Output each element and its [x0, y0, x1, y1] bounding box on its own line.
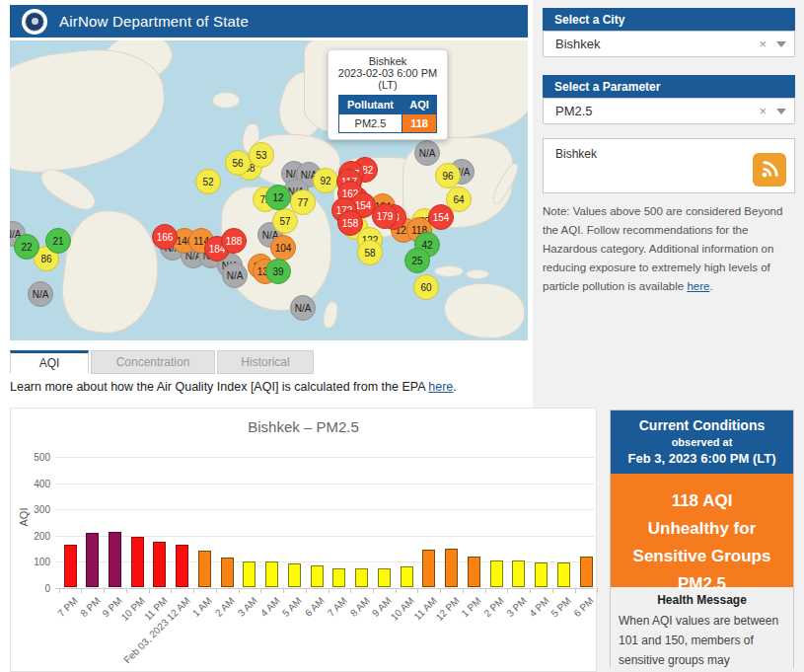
aqi-marker[interactable]: 158	[337, 210, 363, 236]
aqi-value-line: 118 AQI	[617, 487, 787, 515]
tab-concentration[interactable]: Concentration	[91, 350, 215, 374]
city-select-value: Bishkek	[555, 37, 759, 51]
chart-bar[interactable]	[311, 565, 324, 587]
chart-bar[interactable]	[445, 549, 458, 587]
select-parameter-label: Select a Parameter	[554, 80, 660, 94]
world-map[interactable]: N/AN/AN/AN/AN/AN/AN/AN/AN/AN/AN/AN/AN/AN…	[10, 40, 528, 340]
tab-aqi[interactable]: AQI	[10, 350, 89, 374]
aqi-marker[interactable]: 96	[435, 163, 461, 188]
x-axis-tick	[373, 588, 374, 593]
rss-icon[interactable]	[753, 153, 786, 187]
parameter-select-value: PM2.5	[555, 104, 759, 118]
chart-bar[interactable]	[86, 533, 99, 587]
chart-bar[interactable]	[332, 568, 345, 587]
chart-bar[interactable]	[153, 542, 166, 587]
x-axis-tick	[507, 588, 508, 593]
chart-bar[interactable]	[64, 545, 77, 587]
aqi-marker-layer: N/AN/AN/AN/AN/AN/AN/AN/AN/AN/AN/AN/AN/AN…	[10, 40, 528, 340]
rss-city-label: Bishkek	[555, 147, 597, 161]
x-axis-tick	[239, 588, 240, 593]
parameter-dropdown-arrow-icon[interactable]	[776, 109, 786, 114]
chart-bar[interactable]	[221, 558, 234, 587]
aqi-marker[interactable]: 25	[404, 248, 430, 273]
aqi-marker[interactable]: 166	[152, 224, 178, 250]
page: AirNow Department of State N/AN/AN/AN/AN…	[0, 0, 804, 672]
chart-bar[interactable]	[198, 551, 211, 587]
current-conditions-title: Current Conditions	[615, 417, 789, 433]
select-city-label: Select a City	[554, 13, 624, 27]
chart-bar[interactable]	[557, 562, 570, 587]
tooltip-datetime: 2023-02-03 6:00 PM	[329, 67, 447, 79]
x-axis-tick	[126, 588, 127, 593]
aqi-marker[interactable]: 39	[265, 259, 291, 284]
chart-bar[interactable]	[422, 550, 435, 587]
aqi-marker[interactable]: 92	[313, 168, 338, 193]
aqi-marker[interactable]: 57	[272, 208, 298, 234]
y-axis-tick-label: 500	[17, 452, 50, 463]
chart-bar[interactable]	[355, 568, 368, 587]
aqi-summary: 118 AQI Unhealthy for Sensitive Groups P…	[611, 474, 793, 587]
tooltip-pollutant-value: PM2.5	[339, 114, 402, 133]
x-axis-tick	[81, 588, 82, 593]
chart-bar[interactable]	[176, 545, 188, 587]
chart-bar[interactable]	[401, 566, 413, 587]
aqi-marker[interactable]: N/A	[222, 262, 248, 288]
tab-historical[interactable]: Historical	[217, 350, 314, 374]
aqi-marker[interactable]: 179	[372, 203, 398, 229]
note-text: Note: Values above 500 are considered Be…	[543, 202, 797, 296]
chart-bar[interactable]	[580, 557, 593, 587]
chart-bar[interactable]	[512, 560, 525, 587]
tooltip-table: Pollutant AQI PM2.5 118	[338, 95, 437, 133]
aqi-marker[interactable]: 22	[14, 234, 39, 260]
parameter-select[interactable]: PM2.5 ×	[543, 98, 795, 124]
aqi-marker[interactable]: 104	[270, 235, 296, 261]
aqi-marker[interactable]: 154	[428, 204, 454, 230]
aqi-marker[interactable]: 53	[249, 142, 274, 168]
x-axis-tick	[193, 588, 194, 593]
learn-more-suffix: .	[453, 380, 456, 394]
aqi-marker[interactable]: 56	[225, 150, 251, 176]
chart-bar[interactable]	[535, 562, 548, 587]
aqi-marker[interactable]: N/A	[414, 140, 440, 166]
current-conditions-header: Current Conditions observed at Feb 3, 20…	[611, 411, 793, 474]
aqi-marker[interactable]: 12	[265, 185, 291, 210]
chart-bar[interactable]	[131, 537, 144, 587]
observed-at-label: observed at	[615, 436, 789, 448]
x-axis-tick	[350, 588, 351, 593]
aqi-marker[interactable]: 21	[45, 228, 71, 254]
city-clear-icon[interactable]: ×	[759, 37, 767, 51]
select-city-header: Select a City	[543, 8, 795, 31]
aqi-marker[interactable]: N/A	[28, 281, 53, 307]
chart-plot-area	[55, 457, 594, 588]
aqi-marker[interactable]: 58	[357, 240, 383, 265]
aqi-marker[interactable]: N/A	[290, 295, 316, 321]
parameter-clear-icon[interactable]: ×	[759, 104, 767, 118]
chart-bar[interactable]	[288, 563, 301, 587]
chart-bar[interactable]	[468, 557, 480, 587]
chart-bar[interactable]	[243, 561, 256, 587]
x-axis-tick	[552, 588, 553, 593]
chart-bar[interactable]	[265, 561, 278, 587]
tooltip-timezone: (LT)	[329, 79, 447, 91]
gridline	[55, 484, 594, 485]
aqi-marker[interactable]: 60	[413, 274, 439, 300]
chart-bar[interactable]	[378, 568, 391, 587]
aqi-marker[interactable]: 188	[221, 228, 247, 254]
y-axis-tick-label: 300	[17, 504, 50, 515]
tooltip-pollutant-header: Pollutant	[339, 96, 402, 114]
gridline	[55, 588, 594, 589]
learn-more-link[interactable]: here	[428, 380, 453, 394]
x-axis-tick	[171, 588, 172, 593]
x-axis-tick	[306, 588, 307, 593]
aqi-chart-panel: Bishkek – PM2.5 AQI 0100200300400500 7 P…	[10, 408, 597, 672]
city-dropdown-arrow-icon[interactable]	[776, 41, 786, 47]
x-axis-tick	[216, 588, 217, 593]
x-axis-tick	[104, 588, 105, 593]
note-link[interactable]: here	[687, 280, 709, 292]
chart-bar[interactable]	[490, 560, 503, 587]
aqi-marker[interactable]: 52	[195, 169, 221, 194]
chart-bar[interactable]	[109, 532, 121, 587]
city-select[interactable]: Bishkek ×	[543, 31, 795, 57]
us-seal-icon	[22, 9, 47, 35]
x-axis-tick	[463, 588, 464, 593]
